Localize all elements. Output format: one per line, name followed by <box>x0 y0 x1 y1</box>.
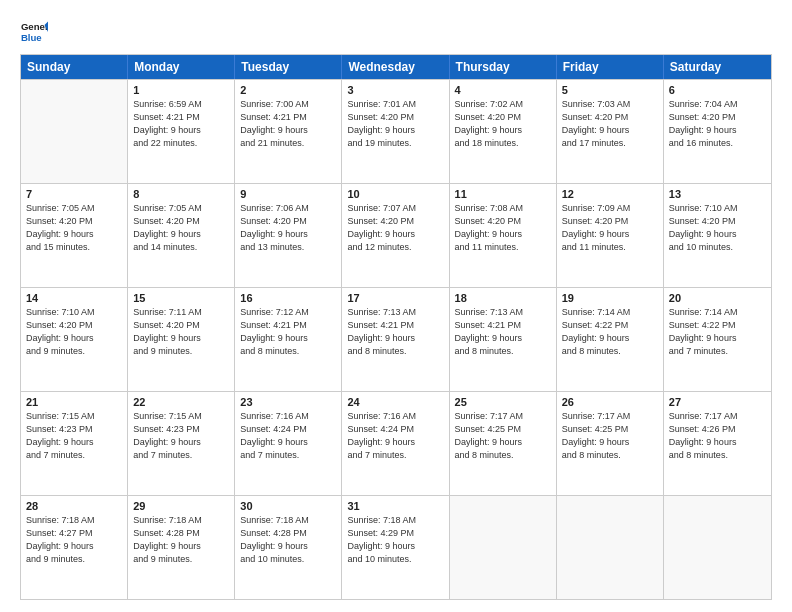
day-cell-7: 7Sunrise: 7:05 AM Sunset: 4:20 PM Daylig… <box>21 184 128 287</box>
day-info: Sunrise: 7:02 AM Sunset: 4:20 PM Dayligh… <box>455 98 551 150</box>
day-number: 15 <box>133 292 229 304</box>
day-cell-6: 6Sunrise: 7:04 AM Sunset: 4:20 PM Daylig… <box>664 80 771 183</box>
header-day-wednesday: Wednesday <box>342 55 449 79</box>
day-cell-29: 29Sunrise: 7:18 AM Sunset: 4:28 PM Dayli… <box>128 496 235 599</box>
day-info: Sunrise: 7:06 AM Sunset: 4:20 PM Dayligh… <box>240 202 336 254</box>
day-info: Sunrise: 7:14 AM Sunset: 4:22 PM Dayligh… <box>669 306 766 358</box>
day-number: 9 <box>240 188 336 200</box>
day-info: Sunrise: 7:10 AM Sunset: 4:20 PM Dayligh… <box>669 202 766 254</box>
day-info: Sunrise: 7:11 AM Sunset: 4:20 PM Dayligh… <box>133 306 229 358</box>
day-cell-5: 5Sunrise: 7:03 AM Sunset: 4:20 PM Daylig… <box>557 80 664 183</box>
day-number: 3 <box>347 84 443 96</box>
header-day-friday: Friday <box>557 55 664 79</box>
day-number: 16 <box>240 292 336 304</box>
day-number: 31 <box>347 500 443 512</box>
day-number: 23 <box>240 396 336 408</box>
day-number: 10 <box>347 188 443 200</box>
svg-text:Blue: Blue <box>21 32 42 43</box>
day-info: Sunrise: 7:17 AM Sunset: 4:25 PM Dayligh… <box>562 410 658 462</box>
week-3: 14Sunrise: 7:10 AM Sunset: 4:20 PM Dayli… <box>21 287 771 391</box>
day-info: Sunrise: 7:10 AM Sunset: 4:20 PM Dayligh… <box>26 306 122 358</box>
day-info: Sunrise: 7:15 AM Sunset: 4:23 PM Dayligh… <box>133 410 229 462</box>
day-info: Sunrise: 7:15 AM Sunset: 4:23 PM Dayligh… <box>26 410 122 462</box>
day-cell-13: 13Sunrise: 7:10 AM Sunset: 4:20 PM Dayli… <box>664 184 771 287</box>
day-info: Sunrise: 7:05 AM Sunset: 4:20 PM Dayligh… <box>26 202 122 254</box>
day-info: Sunrise: 7:07 AM Sunset: 4:20 PM Dayligh… <box>347 202 443 254</box>
day-number: 14 <box>26 292 122 304</box>
header-day-sunday: Sunday <box>21 55 128 79</box>
week-2: 7Sunrise: 7:05 AM Sunset: 4:20 PM Daylig… <box>21 183 771 287</box>
day-cell-19: 19Sunrise: 7:14 AM Sunset: 4:22 PM Dayli… <box>557 288 664 391</box>
logo: General Blue <box>20 18 48 46</box>
day-info: Sunrise: 7:12 AM Sunset: 4:21 PM Dayligh… <box>240 306 336 358</box>
calendar: SundayMondayTuesdayWednesdayThursdayFrid… <box>20 54 772 600</box>
day-info: Sunrise: 7:04 AM Sunset: 4:20 PM Dayligh… <box>669 98 766 150</box>
day-info: Sunrise: 7:13 AM Sunset: 4:21 PM Dayligh… <box>455 306 551 358</box>
week-4: 21Sunrise: 7:15 AM Sunset: 4:23 PM Dayli… <box>21 391 771 495</box>
header-day-thursday: Thursday <box>450 55 557 79</box>
day-cell-27: 27Sunrise: 7:17 AM Sunset: 4:26 PM Dayli… <box>664 392 771 495</box>
day-number: 22 <box>133 396 229 408</box>
page: General Blue SundayMondayTuesdayWednesda… <box>0 0 792 612</box>
header-day-monday: Monday <box>128 55 235 79</box>
day-number: 26 <box>562 396 658 408</box>
day-cell-21: 21Sunrise: 7:15 AM Sunset: 4:23 PM Dayli… <box>21 392 128 495</box>
day-cell-1: 1Sunrise: 6:59 AM Sunset: 4:21 PM Daylig… <box>128 80 235 183</box>
day-number: 28 <box>26 500 122 512</box>
header-day-saturday: Saturday <box>664 55 771 79</box>
empty-cell <box>557 496 664 599</box>
day-info: Sunrise: 7:16 AM Sunset: 4:24 PM Dayligh… <box>240 410 336 462</box>
day-number: 12 <box>562 188 658 200</box>
day-number: 30 <box>240 500 336 512</box>
day-info: Sunrise: 7:09 AM Sunset: 4:20 PM Dayligh… <box>562 202 658 254</box>
day-info: Sunrise: 7:14 AM Sunset: 4:22 PM Dayligh… <box>562 306 658 358</box>
logo-icon: General Blue <box>20 18 48 46</box>
empty-cell <box>664 496 771 599</box>
day-info: Sunrise: 7:13 AM Sunset: 4:21 PM Dayligh… <box>347 306 443 358</box>
calendar-header: SundayMondayTuesdayWednesdayThursdayFrid… <box>21 55 771 79</box>
day-cell-12: 12Sunrise: 7:09 AM Sunset: 4:20 PM Dayli… <box>557 184 664 287</box>
day-info: Sunrise: 7:05 AM Sunset: 4:20 PM Dayligh… <box>133 202 229 254</box>
header-row: General Blue <box>20 18 772 46</box>
day-info: Sunrise: 7:01 AM Sunset: 4:20 PM Dayligh… <box>347 98 443 150</box>
day-cell-26: 26Sunrise: 7:17 AM Sunset: 4:25 PM Dayli… <box>557 392 664 495</box>
day-cell-23: 23Sunrise: 7:16 AM Sunset: 4:24 PM Dayli… <box>235 392 342 495</box>
day-number: 1 <box>133 84 229 96</box>
day-number: 18 <box>455 292 551 304</box>
day-info: Sunrise: 7:16 AM Sunset: 4:24 PM Dayligh… <box>347 410 443 462</box>
day-number: 21 <box>26 396 122 408</box>
day-cell-10: 10Sunrise: 7:07 AM Sunset: 4:20 PM Dayli… <box>342 184 449 287</box>
day-info: Sunrise: 7:03 AM Sunset: 4:20 PM Dayligh… <box>562 98 658 150</box>
day-cell-3: 3Sunrise: 7:01 AM Sunset: 4:20 PM Daylig… <box>342 80 449 183</box>
day-info: Sunrise: 7:17 AM Sunset: 4:26 PM Dayligh… <box>669 410 766 462</box>
day-cell-22: 22Sunrise: 7:15 AM Sunset: 4:23 PM Dayli… <box>128 392 235 495</box>
day-cell-17: 17Sunrise: 7:13 AM Sunset: 4:21 PM Dayli… <box>342 288 449 391</box>
day-number: 4 <box>455 84 551 96</box>
day-cell-4: 4Sunrise: 7:02 AM Sunset: 4:20 PM Daylig… <box>450 80 557 183</box>
day-number: 6 <box>669 84 766 96</box>
day-info: Sunrise: 7:00 AM Sunset: 4:21 PM Dayligh… <box>240 98 336 150</box>
svg-text:General: General <box>21 21 48 32</box>
day-info: Sunrise: 7:18 AM Sunset: 4:29 PM Dayligh… <box>347 514 443 566</box>
day-cell-16: 16Sunrise: 7:12 AM Sunset: 4:21 PM Dayli… <box>235 288 342 391</box>
day-cell-31: 31Sunrise: 7:18 AM Sunset: 4:29 PM Dayli… <box>342 496 449 599</box>
day-number: 25 <box>455 396 551 408</box>
day-cell-8: 8Sunrise: 7:05 AM Sunset: 4:20 PM Daylig… <box>128 184 235 287</box>
day-cell-20: 20Sunrise: 7:14 AM Sunset: 4:22 PM Dayli… <box>664 288 771 391</box>
empty-cell <box>21 80 128 183</box>
day-info: Sunrise: 7:18 AM Sunset: 4:28 PM Dayligh… <box>133 514 229 566</box>
header-day-tuesday: Tuesday <box>235 55 342 79</box>
day-info: Sunrise: 7:18 AM Sunset: 4:28 PM Dayligh… <box>240 514 336 566</box>
week-1: 1Sunrise: 6:59 AM Sunset: 4:21 PM Daylig… <box>21 79 771 183</box>
day-number: 20 <box>669 292 766 304</box>
day-number: 13 <box>669 188 766 200</box>
day-cell-28: 28Sunrise: 7:18 AM Sunset: 4:27 PM Dayli… <box>21 496 128 599</box>
day-number: 2 <box>240 84 336 96</box>
day-cell-9: 9Sunrise: 7:06 AM Sunset: 4:20 PM Daylig… <box>235 184 342 287</box>
week-5: 28Sunrise: 7:18 AM Sunset: 4:27 PM Dayli… <box>21 495 771 599</box>
day-info: Sunrise: 7:18 AM Sunset: 4:27 PM Dayligh… <box>26 514 122 566</box>
calendar-body: 1Sunrise: 6:59 AM Sunset: 4:21 PM Daylig… <box>21 79 771 599</box>
day-info: Sunrise: 7:08 AM Sunset: 4:20 PM Dayligh… <box>455 202 551 254</box>
empty-cell <box>450 496 557 599</box>
day-cell-14: 14Sunrise: 7:10 AM Sunset: 4:20 PM Dayli… <box>21 288 128 391</box>
